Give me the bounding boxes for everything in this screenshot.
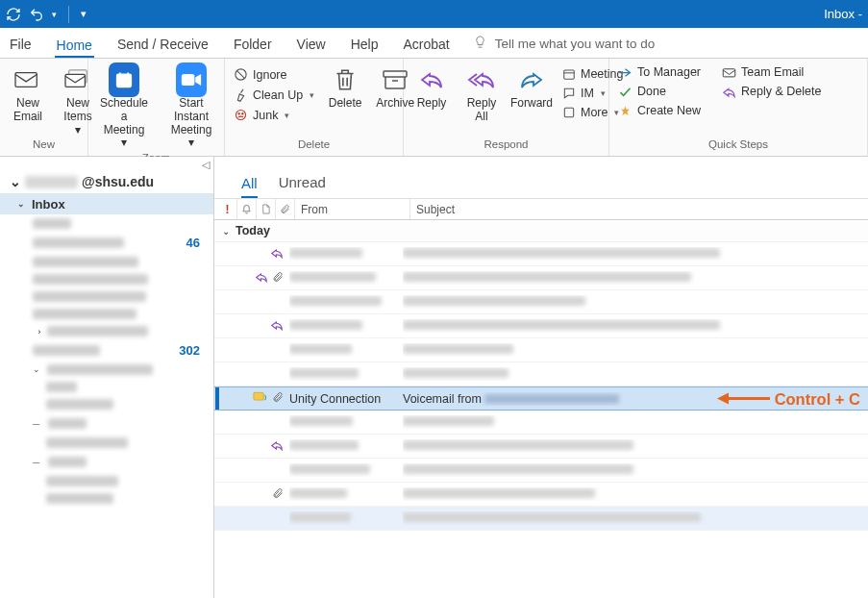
message-list: Unity Connection Voicemail from Control …: [214, 242, 868, 598]
folder-item[interactable]: [0, 489, 213, 507]
forward-icon: [516, 64, 547, 95]
attachment-icon: [272, 271, 284, 286]
tab-view[interactable]: View: [295, 31, 328, 58]
video-icon: [176, 62, 207, 97]
svg-rect-2: [65, 74, 85, 87]
svg-rect-17: [564, 108, 573, 116]
message-row[interactable]: [214, 507, 868, 531]
attachment-icon: [272, 391, 284, 406]
tab-folder[interactable]: Folder: [232, 31, 274, 58]
trash-icon: [330, 64, 360, 95]
folder-item[interactable]: [0, 214, 213, 232]
filter-all[interactable]: All: [241, 175, 258, 199]
folder-item[interactable]: ⌄: [0, 322, 213, 339]
ignore-button[interactable]: Ignore: [231, 66, 317, 83]
forward-button[interactable]: Forward: [509, 62, 554, 112]
new-email-icon: [12, 64, 43, 95]
message-from: Unity Connection: [289, 392, 403, 406]
column-headers[interactable]: ! From Subject: [214, 199, 868, 220]
folder-item[interactable]: [0, 434, 213, 451]
folder-item[interactable]: [0, 287, 213, 305]
col-icon[interactable]: [257, 199, 276, 219]
tab-acrobat[interactable]: Acrobat: [401, 31, 451, 58]
quickstep-create-new[interactable]: Create New: [615, 103, 704, 118]
ribbon-group-delete: Ignore Clean Up▾ Junk▾ Delete: [225, 59, 404, 156]
col-reminder[interactable]: [237, 199, 257, 219]
col-importance[interactable]: !: [218, 199, 237, 219]
svg-rect-15: [564, 70, 575, 79]
tab-home[interactable]: Home: [55, 32, 94, 59]
col-subject[interactable]: Subject: [410, 203, 455, 216]
undo-dropdown-icon[interactable]: ▾: [52, 10, 57, 19]
tab-send-receive[interactable]: Send / Receive: [115, 31, 211, 58]
message-row[interactable]: [214, 435, 868, 459]
sync-icon[interactable]: [6, 7, 21, 22]
col-from[interactable]: From: [295, 199, 410, 219]
menu-bar: File Home Send / Receive Folder View Hel…: [0, 28, 868, 59]
message-row-selected[interactable]: Unity Connection Voicemail from Control …: [214, 386, 868, 411]
reply-all-icon: [466, 64, 497, 95]
message-row[interactable]: [214, 266, 868, 290]
new-email-button[interactable]: New Email: [6, 62, 50, 126]
message-row[interactable]: [214, 411, 868, 435]
folder-item[interactable]: [0, 378, 213, 395]
message-list-pane: All Unread ! From Subject ⌄ Today: [214, 157, 868, 598]
delete-button[interactable]: Delete: [323, 62, 367, 112]
folder-item[interactable]: 302: [0, 339, 213, 361]
quickstep-done[interactable]: Done: [615, 84, 704, 99]
tab-help[interactable]: Help: [349, 31, 381, 58]
tab-file[interactable]: File: [8, 31, 34, 58]
svg-point-13: [242, 113, 243, 114]
message-row[interactable]: [214, 290, 868, 314]
schedule-meeting-button[interactable]: Schedule a Meeting ▾: [94, 62, 154, 152]
collapse-pane-icon[interactable]: ◁: [202, 159, 210, 171]
folder-item[interactable]: [0, 472, 213, 489]
reply-all-button[interactable]: Reply All: [459, 62, 504, 126]
replied-icon: [270, 319, 284, 334]
col-attachment[interactable]: [276, 199, 295, 219]
quickstep-to-manager[interactable]: To Manager: [615, 64, 704, 80]
message-row[interactable]: [214, 459, 868, 483]
folder-pane: ◁ ⌄@shsu.edu ⌄Inbox 46 ⌄ 302 ⌄ – –: [0, 157, 214, 598]
start-instant-meeting-button[interactable]: Start Instant Meeting ▾: [160, 62, 223, 152]
message-row[interactable]: [214, 483, 868, 507]
ribbon-group-zoom: Schedule a Meeting ▾ Start Instant Meeti…: [88, 59, 225, 156]
cleanup-button[interactable]: Clean Up▾: [231, 87, 317, 103]
ribbon-group-quicksteps: To Manager Done Create New Team Email: [609, 59, 868, 156]
reply-button[interactable]: Reply: [409, 62, 454, 112]
ribbon: New Email New Items ▾ New Schedule a Mee…: [0, 59, 868, 157]
quickstep-reply-delete[interactable]: Reply & Delete: [719, 84, 824, 99]
folder-item[interactable]: –: [0, 412, 213, 434]
folder-inbox[interactable]: ⌄Inbox: [0, 193, 213, 214]
qat-customize-icon[interactable]: ▾: [81, 8, 87, 20]
filter-bar: All Unread: [214, 157, 868, 199]
folder-item[interactable]: ⌄: [0, 361, 213, 378]
window-title: Inbox -: [824, 7, 862, 21]
folder-item[interactable]: 46: [0, 232, 213, 253]
message-row[interactable]: [214, 314, 868, 338]
folder-item[interactable]: –: [0, 451, 213, 472]
calendar-icon: [109, 62, 139, 97]
filter-unread[interactable]: Unread: [279, 174, 326, 198]
group-today[interactable]: ⌄ Today: [214, 220, 868, 242]
main-area: ◁ ⌄@shsu.edu ⌄Inbox 46 ⌄ 302 ⌄ – – All U…: [0, 157, 868, 598]
folder-item[interactable]: [0, 253, 213, 270]
svg-rect-0: [15, 73, 37, 87]
tell-me-search[interactable]: Tell me what you want to do: [473, 35, 656, 58]
message-row[interactable]: [214, 362, 868, 386]
account-header[interactable]: ⌄@shsu.edu: [0, 157, 213, 193]
folder-item[interactable]: [0, 395, 213, 412]
title-bar: ▾ ▾ Inbox -: [0, 0, 868, 28]
svg-rect-8: [182, 74, 195, 86]
junk-button[interactable]: Junk▾: [231, 107, 317, 123]
folder-item[interactable]: [0, 270, 213, 287]
folder-item[interactable]: [0, 305, 213, 322]
quickstep-team-email[interactable]: Team Email: [719, 64, 824, 80]
replied-icon: [255, 271, 268, 286]
voicemail-icon: [253, 391, 268, 407]
message-row[interactable]: [214, 338, 868, 362]
svg-line-10: [236, 70, 245, 79]
svg-rect-18: [723, 68, 735, 76]
message-row[interactable]: [214, 242, 868, 266]
undo-icon[interactable]: [29, 7, 44, 22]
